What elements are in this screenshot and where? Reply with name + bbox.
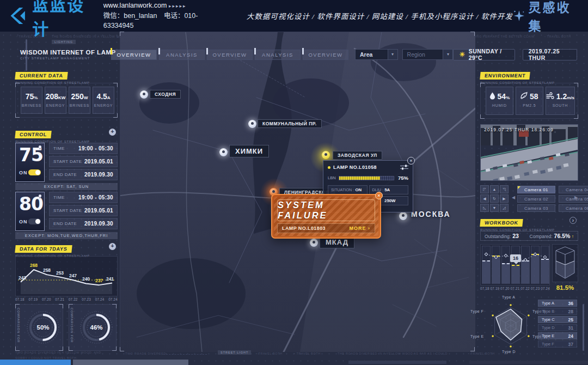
lamp-popup-title: LAMP NO.L01058 xyxy=(333,165,377,170)
schedule-toggle[interactable] xyxy=(28,169,41,175)
failure-title: SYSTEM FAILURE xyxy=(278,200,375,221)
type-row-d[interactable]: Type D31 xyxy=(538,324,577,331)
site-url[interactable]: www.lanlanwork.com xyxy=(103,2,167,9)
area-select[interactable]: Area ▾ xyxy=(355,49,398,60)
brightness-level: 75 xyxy=(19,144,41,166)
camera-button-1[interactable]: Camera 01 xyxy=(517,186,555,193)
inspiration-collect[interactable]: 灵感收集 xyxy=(513,0,578,34)
workbook-bar-chart: 16 xyxy=(480,244,550,285)
schedule-row-time[interactable]: TIME19:00 - 05:30 xyxy=(49,192,118,203)
site-logo[interactable]: 蓝蓝设计 xyxy=(9,0,94,40)
bar-tooltip: 16 xyxy=(510,254,521,262)
schedule-row-time[interactable]: TIME19:00 - 05:30 xyxy=(49,143,118,154)
type-row-e[interactable]: Type E24 xyxy=(538,332,577,339)
decoration-text: ▪ TRAVEL BOTH xyxy=(468,352,495,355)
add-schedule-button[interactable]: + xyxy=(109,129,116,136)
decoration-text: ▪ TRAVEL BOTH xyxy=(256,352,283,355)
page-subtitle: CITY STREETLAMP MANAGEMENT xyxy=(20,57,116,60)
tab-analysis-2[interactable]: ANALYSIS xyxy=(255,50,301,60)
tab-bar: OVERVIEW ANALYSIS OVERVIEW ANALYSIS OVER… xyxy=(111,50,351,60)
svg-text:268: 268 xyxy=(30,263,38,268)
workbook-next-button[interactable]: › xyxy=(569,217,577,224)
brightness-bar-fill xyxy=(339,177,380,180)
schedule-row-end[interactable]: END DATE2019.09.30 xyxy=(49,218,118,229)
comparison-gauge-1: COMPARISON FOR 50% xyxy=(15,304,63,351)
region-select[interactable]: Region ▾ xyxy=(402,49,454,60)
pan-right-button[interactable]: ▶ xyxy=(500,194,509,203)
pan-down-right-button[interactable]: ◿ xyxy=(500,204,509,212)
schedule-row-start[interactable]: START DATE2019.05.01 xyxy=(49,156,118,167)
lamp-pin[interactable] xyxy=(310,239,318,247)
camera-button-6[interactable]: Camera 06 xyxy=(559,204,588,212)
bar-07-21[interactable] xyxy=(511,246,520,284)
bar-07-22[interactable] xyxy=(521,246,530,284)
alert-lamp-pin[interactable] xyxy=(322,151,330,159)
lamp-pin[interactable] xyxy=(399,212,407,220)
camera-next-icon[interactable]: ▶ xyxy=(574,195,578,200)
schedule-row-end[interactable]: END DATE2019.09.30 xyxy=(49,169,118,180)
bar-07-18[interactable] xyxy=(482,246,491,284)
camera-feed[interactable]: 2019.07.25 THUR 18:26:09 xyxy=(480,124,578,181)
map-label-skhodnya[interactable]: СХОДНЯ xyxy=(150,90,181,99)
schedule-row-start[interactable]: START DATE2019.05.01 xyxy=(49,205,118,216)
type-row-b[interactable]: Type B28 xyxy=(538,308,577,315)
close-icon[interactable]: × xyxy=(375,192,383,199)
panel-control: CONTROL RUNNING CONDITION OF STREETLAMP xyxy=(15,129,90,143)
spark-icon xyxy=(513,9,525,23)
pan-up-right-button[interactable]: ◹ xyxy=(500,185,509,193)
lamp-pin[interactable] xyxy=(140,90,148,99)
pan-down-left-button[interactable]: ◺ xyxy=(480,204,489,212)
type-row-c[interactable]: Type C25 xyxy=(538,316,577,323)
stat-briness: 75%BRINESS xyxy=(21,87,42,114)
camera-prev-icon[interactable]: ◀ xyxy=(512,195,515,200)
lamp-pin[interactable] xyxy=(219,148,228,156)
lamp-pin[interactable] xyxy=(248,120,256,128)
type-row-a[interactable]: Type A36 xyxy=(538,300,577,307)
map-label-kommunalny[interactable]: КОММУНАЛЬНЫЙ ПР. xyxy=(258,119,322,128)
capacity-tank xyxy=(552,244,578,282)
site-logo-text: 蓝蓝设计 xyxy=(32,0,94,40)
map-label-moskva[interactable]: МОСКВА xyxy=(411,210,451,218)
pan-up-left-button[interactable]: ◸ xyxy=(480,185,489,193)
expand-chart-button[interactable]: + xyxy=(109,243,116,250)
camera-button-3[interactable]: Camera 03 xyxy=(517,204,555,212)
svg-text:240: 240 xyxy=(82,276,90,282)
radar-canvas xyxy=(485,297,537,354)
reset-view-button[interactable]: ↻ xyxy=(490,194,499,203)
close-icon[interactable]: × xyxy=(407,157,415,165)
type-row-f[interactable]: Type F37 xyxy=(538,340,577,348)
droplet-icon xyxy=(489,92,495,100)
tab-overview-3[interactable]: OVERVIEW xyxy=(303,50,348,60)
city-map[interactable]: СХОДНЯ КОММУНАЛЬНЫЙ ПР. ХИМКИ ЗАВОДСКАЯ … xyxy=(120,32,475,351)
tab-overview-2[interactable]: OVERVIEW xyxy=(207,50,253,60)
schedule-toggle[interactable] xyxy=(28,218,41,224)
pan-left-button[interactable]: ◀ xyxy=(480,194,489,203)
panel-current-data: CURRENT DATA RUNNING CONDITION OF STREET… xyxy=(15,70,90,84)
camera-button-4[interactable]: Camera 04 xyxy=(559,186,588,193)
tab-overview-1[interactable]: OVERVIEW xyxy=(111,50,157,60)
gauge-value: 50% xyxy=(26,310,60,345)
map-label-zavodskaya[interactable]: ЗАВОДСКАЯ УЛ xyxy=(333,151,382,160)
streetlamp-dashboard: 蓝蓝设计 www.lanlanwork.com ▸▸▸▸▸ 微信：ben_lan… xyxy=(0,0,588,365)
bar-07-20[interactable] xyxy=(501,246,510,284)
brightness-bar[interactable] xyxy=(339,176,394,180)
map-label-khimki[interactable]: ХИМКИ xyxy=(229,145,269,157)
app-header: WISDOM INTERNET OF LAMP CITY STREETLAMP … xyxy=(16,47,577,62)
more-button[interactable]: MORE › xyxy=(350,226,371,231)
camera-button-5[interactable]: Camera 05 xyxy=(559,195,588,203)
panel-title-badge: ENVIRONMENT xyxy=(480,72,530,80)
camera-button-2[interactable]: Camera 02 xyxy=(517,195,555,203)
pan-up-button[interactable]: ▲ xyxy=(490,185,499,193)
sun-icon: ☀ xyxy=(459,51,465,58)
bar-07-23[interactable] xyxy=(531,246,540,284)
stat-wind: 1.2m/s SOUTH xyxy=(546,87,575,115)
bar-07-24[interactable] xyxy=(541,246,549,284)
decoration-text: AS FAR AS I COULD xyxy=(414,352,448,355)
tab-analysis-1[interactable]: ANALYSIS xyxy=(159,50,205,60)
sliders-icon[interactable] xyxy=(400,165,408,170)
chevron-down-icon: ▾ xyxy=(388,50,397,59)
right-scroll-indicator[interactable] xyxy=(583,304,584,351)
camera-timestamp: 2019.07.25 THUR 18:26:09 xyxy=(484,127,554,132)
pan-down-button[interactable]: ▼ xyxy=(490,204,499,212)
bar-07-19[interactable] xyxy=(492,246,500,284)
